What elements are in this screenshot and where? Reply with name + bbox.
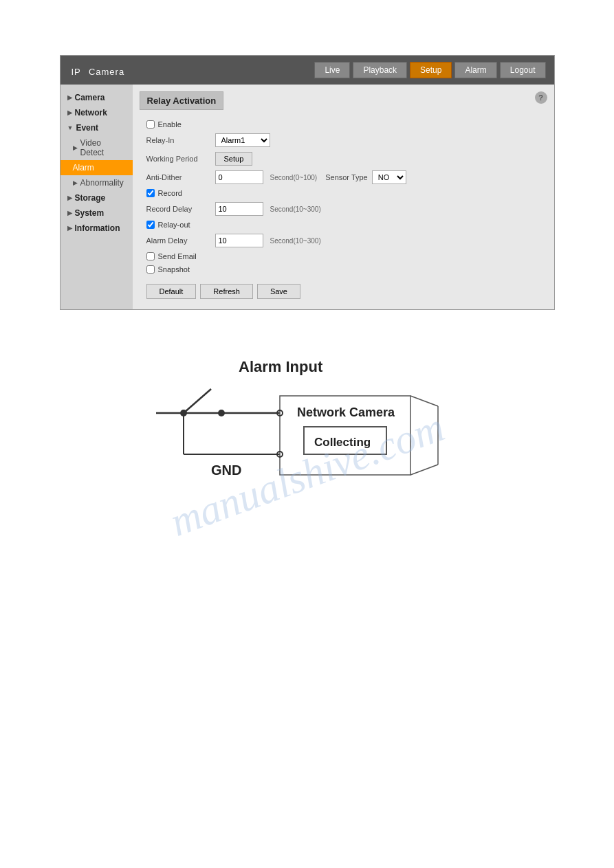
network-camera-text: Network Camera (297, 405, 395, 419)
anti-dither-row: Anti-Dither Second(0~100) Sensor Type NO… (140, 170, 547, 184)
right-dot (218, 410, 225, 416)
working-period-row: Working Period Setup (140, 152, 547, 166)
record-delay-input[interactable] (215, 202, 263, 216)
anti-dither-label: Anti-Dither (146, 173, 215, 181)
relay-out-row: Relay-out (140, 221, 547, 229)
nav-buttons: Live Playback Setup Alarm Logout (314, 62, 545, 78)
anti-dither-hint: Second(0~100) (270, 174, 318, 181)
snapshot-row: Snapshot (140, 265, 547, 274)
content-area: Relay Activation ? Enable Relay-In Alarm… (133, 85, 554, 309)
alarm-delay-input[interactable] (215, 234, 263, 247)
sidebar-item-information[interactable]: ▶ Information (61, 221, 133, 236)
sidebar-label: Abnormality (80, 178, 124, 188)
send-email-checkbox[interactable] (146, 252, 155, 260)
working-period-control: Setup (215, 152, 253, 166)
snapshot-checkbox[interactable] (146, 265, 155, 274)
sidebar-item-network[interactable]: ▶ Network (61, 105, 133, 120)
anti-dither-control: Second(0~100) Sensor Type NO NC (215, 170, 406, 184)
sidebar-item-camera[interactable]: ▶ Camera (61, 90, 133, 105)
top-bar: IP Camera Live Playback Setup Alarm Logo… (61, 56, 554, 85)
record-delay-row: Record Delay Second(10~300) (140, 202, 547, 216)
arrow-icon: ▶ (67, 194, 72, 201)
sidebar-item-system[interactable]: ▶ System (61, 205, 133, 221)
alarm-input-text: Alarm Input (239, 358, 323, 375)
arrow-icon: ▶ (73, 144, 78, 151)
relay-in-label: Relay-In (146, 136, 215, 144)
panel-header: Relay Activation (140, 91, 224, 110)
alarm-delay-row: Alarm Delay Second(10~300) (140, 234, 547, 247)
diagram-area: manualshive.com Alarm Input GND Network … (0, 337, 614, 612)
brand-suffix: Camera (89, 67, 124, 77)
relay-in-select[interactable]: Alarm1 Alarm2 (215, 133, 270, 147)
form-section: Enable Relay-In Alarm1 Alarm2 Working (140, 117, 547, 302)
alarm-delay-label: Alarm Delay (146, 236, 215, 245)
arrow-icon: ▶ (67, 210, 72, 216)
brand-prefix: IP (72, 67, 81, 77)
working-period-label: Working Period (146, 155, 215, 163)
nav-setup[interactable]: Setup (410, 62, 452, 78)
ui-panel: IP Camera Live Playback Setup Alarm Logo… (60, 55, 555, 310)
record-row: Record (140, 189, 547, 197)
arrow-icon: ▶ (67, 109, 72, 116)
gnd-text: GND (211, 463, 241, 478)
svg-line-4 (410, 396, 438, 406)
collecting-text: Collecting (314, 436, 371, 449)
nav-playback[interactable]: Playback (353, 62, 407, 78)
record-delay-label: Record Delay (146, 205, 215, 213)
svg-line-1 (184, 389, 211, 413)
record-delay-control: Second(10~300) (215, 202, 321, 216)
nav-alarm[interactable]: Alarm (454, 62, 496, 78)
alarm-diagram: Alarm Input GND Network Camera Collectin… (101, 337, 514, 530)
svg-line-5 (410, 465, 438, 475)
nav-logout[interactable]: Logout (500, 62, 546, 78)
send-email-row: Send Email (140, 252, 547, 260)
arrow-icon: ▶ (67, 225, 72, 232)
brand-title: IP Camera (69, 61, 125, 79)
arrow-icon: ▶ (67, 94, 72, 101)
send-email-checkbox-label[interactable]: Send Email (146, 252, 197, 260)
sidebar-item-event[interactable]: ▼ Event (61, 120, 133, 135)
help-icon[interactable]: ? (535, 91, 547, 104)
sidebar-item-video-detect[interactable]: ▶ Video Detect (61, 135, 133, 160)
refresh-button[interactable]: Refresh (200, 284, 253, 299)
sidebar-label: Video Detect (80, 138, 126, 157)
enable-checkbox-label[interactable]: Enable (146, 120, 182, 129)
record-checkbox-label[interactable]: Record (146, 189, 182, 197)
enable-checkbox[interactable] (146, 120, 155, 129)
save-button[interactable]: Save (257, 284, 300, 299)
sidebar-item-alarm[interactable]: Alarm (61, 160, 133, 175)
sensor-type-label: Sensor Type (325, 173, 368, 181)
enable-row: Enable (140, 120, 547, 129)
relay-in-control: Alarm1 Alarm2 (215, 133, 270, 147)
sidebar-label: Information (75, 223, 120, 233)
record-label: Record (158, 189, 182, 197)
sidebar-label: Alarm (73, 163, 94, 173)
snapshot-label: Snapshot (158, 265, 190, 274)
relay-in-row: Relay-In Alarm1 Alarm2 (140, 133, 547, 147)
sidebar-item-abnormality[interactable]: ▶ Abnormality (61, 175, 133, 190)
send-email-label: Send Email (158, 252, 197, 260)
sidebar-item-storage[interactable]: ▶ Storage (61, 190, 133, 205)
sidebar-label: Network (75, 108, 107, 118)
arrow-icon: ▶ (73, 179, 78, 186)
setup-button[interactable]: Setup (215, 152, 253, 166)
arrow-icon: ▼ (67, 124, 74, 131)
main-content: ▶ Camera ▶ Network ▼ Event ▶ Video Detec… (61, 85, 554, 309)
nav-live[interactable]: Live (314, 62, 350, 78)
record-checkbox[interactable] (146, 189, 155, 197)
sidebar-label: Camera (75, 93, 105, 102)
sidebar: ▶ Camera ▶ Network ▼ Event ▶ Video Detec… (61, 85, 133, 309)
bottom-buttons: Default Refresh Save (140, 284, 547, 299)
relay-out-label: Relay-out (158, 221, 190, 229)
snapshot-checkbox-label[interactable]: Snapshot (146, 265, 190, 274)
alarm-delay-control: Second(10~300) (215, 234, 321, 247)
default-button[interactable]: Default (146, 284, 197, 299)
sidebar-label: Event (76, 123, 98, 133)
sensor-type-select[interactable]: NO NC (372, 170, 406, 184)
anti-dither-input[interactable] (215, 170, 263, 184)
sidebar-label: Storage (75, 193, 106, 203)
enable-label: Enable (158, 120, 182, 129)
relay-out-checkbox-label[interactable]: Relay-out (146, 221, 190, 229)
relay-out-checkbox[interactable] (146, 221, 155, 229)
alarm-delay-hint: Second(10~300) (270, 237, 321, 245)
